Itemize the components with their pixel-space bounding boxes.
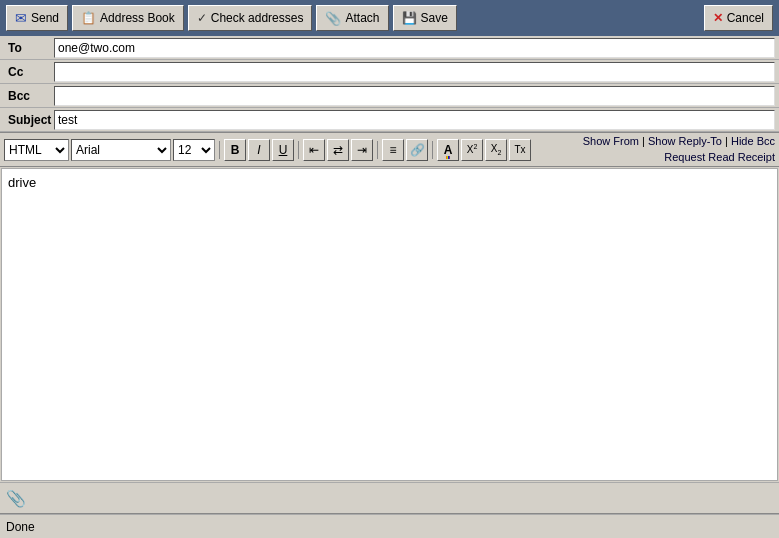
align-right-icon: ⇥ (357, 143, 367, 157)
request-read-receipt-link[interactable]: Request Read Receipt (664, 151, 775, 163)
show-reply-to-link[interactable]: Show Reply-To (648, 135, 722, 147)
bcc-row: Bcc (0, 84, 779, 108)
align-left-icon: ⇤ (309, 143, 319, 157)
check-addresses-icon: ✓ (197, 11, 207, 25)
sep1 (219, 141, 220, 159)
plain-text-button[interactable]: Tx (509, 139, 531, 161)
sep4 (432, 141, 433, 159)
attach-icon: 📎 (325, 11, 341, 26)
subject-row: Subject (0, 108, 779, 132)
font-color-icon: A (444, 143, 453, 157)
italic-button[interactable]: I (248, 139, 270, 161)
format-toolbar: HTML Plain Text Arial Times New Roman Co… (0, 133, 779, 167)
address-book-button[interactable]: 📋 Address Book (72, 5, 184, 31)
align-center-icon: ⇄ (333, 143, 343, 157)
to-label: To (4, 41, 54, 55)
attach-button[interactable]: 📎 Attach (316, 5, 388, 31)
editor-wrapper: drive (0, 167, 779, 482)
cc-row: Cc (0, 60, 779, 84)
bold-button[interactable]: B (224, 139, 246, 161)
toolbar: ✉ Send 📋 Address Book ✓ Check addresses … (0, 0, 779, 36)
bcc-input[interactable] (54, 86, 775, 106)
font-color-button[interactable]: A (437, 139, 459, 161)
save-icon: 💾 (402, 11, 417, 25)
to-row: To (0, 36, 779, 60)
check-addresses-button[interactable]: ✓ Check addresses (188, 5, 313, 31)
cancel-label: Cancel (727, 11, 764, 25)
editor-container: drive (1, 168, 778, 481)
attach-label: Attach (345, 11, 379, 25)
address-book-icon: 📋 (81, 11, 96, 25)
subscript-button[interactable]: X2 (485, 139, 507, 161)
format-links: Show From | Show Reply-To | Hide Bcc Req… (583, 134, 775, 165)
attachment-bar: 📎 (0, 482, 779, 514)
attachment-icon: 📎 (6, 489, 26, 508)
plain-text-icon: Tx (514, 144, 525, 155)
main-content: To Cc Bcc Subject HTML Plain Text Arial … (0, 36, 779, 538)
bcc-label: Bcc (4, 89, 54, 103)
address-book-label: Address Book (100, 11, 175, 25)
underline-button[interactable]: U (272, 139, 294, 161)
bold-icon: B (231, 143, 240, 157)
font-select[interactable]: Arial Times New Roman Courier New Verdan… (71, 139, 171, 161)
sep2 (298, 141, 299, 159)
show-from-link[interactable]: Show From (583, 135, 639, 147)
link-icon: 🔗 (410, 143, 425, 157)
header-fields: To Cc Bcc Subject (0, 36, 779, 133)
superscript-button[interactable]: X2 (461, 139, 483, 161)
save-button[interactable]: 💾 Save (393, 5, 457, 31)
cancel-button[interactable]: ✕ Cancel (704, 5, 773, 31)
status-bar: Done (0, 514, 779, 538)
font-size-select[interactable]: 891011 12141618 2436 (173, 139, 215, 161)
sep3 (377, 141, 378, 159)
hide-bcc-link[interactable]: Hide Bcc (731, 135, 775, 147)
align-center-button[interactable]: ⇄ (327, 139, 349, 161)
send-label: Send (31, 11, 59, 25)
subscript-icon: X2 (491, 143, 502, 156)
subject-input[interactable] (54, 110, 775, 130)
editor-area[interactable]: drive (2, 169, 777, 449)
italic-icon: I (257, 143, 260, 157)
list-button[interactable]: ≡ (382, 139, 404, 161)
send-icon: ✉ (15, 10, 27, 26)
cc-input[interactable] (54, 62, 775, 82)
align-left-button[interactable]: ⇤ (303, 139, 325, 161)
status-text: Done (6, 520, 35, 534)
cc-label: Cc (4, 65, 54, 79)
format-select[interactable]: HTML Plain Text (4, 139, 69, 161)
save-label: Save (421, 11, 448, 25)
send-button[interactable]: ✉ Send (6, 5, 68, 31)
align-right-button[interactable]: ⇥ (351, 139, 373, 161)
list-icon: ≡ (389, 143, 396, 157)
cancel-icon: ✕ (713, 11, 723, 25)
to-input[interactable] (54, 38, 775, 58)
underline-icon: U (279, 143, 288, 157)
link-button[interactable]: 🔗 (406, 139, 428, 161)
subject-label: Subject (4, 113, 54, 127)
check-addresses-label: Check addresses (211, 11, 304, 25)
superscript-icon: X2 (467, 143, 478, 155)
